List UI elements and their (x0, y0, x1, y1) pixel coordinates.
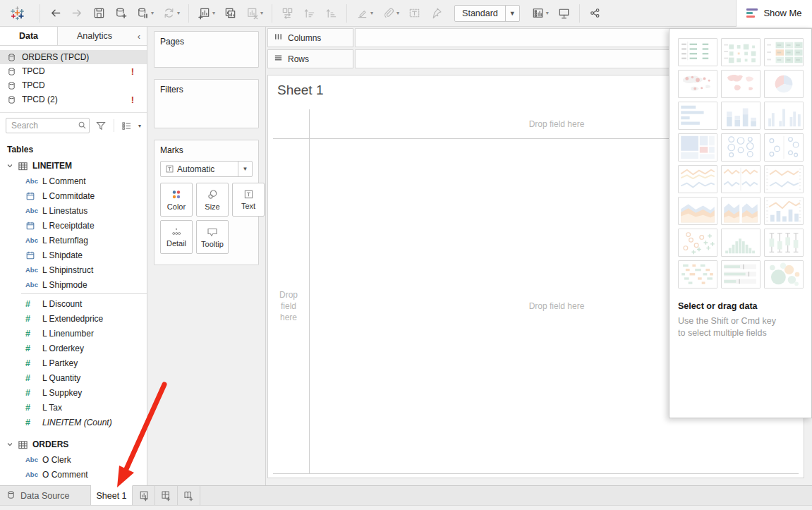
showme-symbol-map[interactable] (678, 70, 717, 98)
field-row[interactable]: # L Partkey (0, 356, 147, 370)
table-name: LINEITEM (32, 161, 72, 171)
field-row[interactable]: Abc L Shipinstruct (0, 262, 147, 277)
size-mark-button[interactable]: Size (196, 183, 229, 217)
show-me-button[interactable]: Show Me (736, 0, 812, 27)
field-row[interactable]: Abc L Comment (0, 174, 147, 188)
share-button[interactable] (585, 3, 605, 24)
new-story-tab-button[interactable] (178, 486, 200, 505)
group-members-button[interactable]: ▾ (378, 3, 403, 24)
drop-zone-rows[interactable]: Drop field here (268, 139, 309, 473)
field-row[interactable]: L Commitdate (0, 188, 147, 203)
showme-heat-map[interactable] (721, 38, 761, 66)
view-options-icon[interactable] (120, 120, 133, 132)
filters-card[interactable]: Filters (154, 79, 259, 128)
sort-descending-button[interactable] (321, 3, 341, 24)
presentation-mode-button[interactable] (554, 3, 574, 24)
run-auto-updates-button[interactable]: ▾ (159, 3, 183, 24)
showme-discrete-area[interactable] (721, 197, 761, 225)
field-row[interactable]: # L Discount (0, 296, 147, 311)
showme-scatter-plot[interactable] (678, 229, 717, 257)
showme-treemap[interactable] (678, 133, 717, 162)
datasource-item[interactable]: TPCD! (0, 64, 147, 78)
tab-analytics[interactable]: Analytics (58, 27, 131, 45)
showme-filled-map[interactable] (721, 70, 761, 98)
table-group-header[interactable]: ORDERS (0, 437, 147, 452)
highlight-button[interactable]: ▾ (352, 3, 377, 24)
marks-card: Marks Automatic ▼ ColorSizeTextDetailToo… (154, 140, 259, 265)
show-hide-cards-button[interactable]: ▾ (528, 3, 552, 24)
field-row[interactable]: Abc O Comment (0, 467, 147, 482)
color-mark-button[interactable]: Color (160, 183, 193, 217)
new-dashboard-tab-button[interactable] (155, 486, 178, 505)
data-source-tab[interactable]: Data Source (0, 486, 91, 505)
search-input[interactable] (6, 118, 90, 133)
field-row[interactable]: L Shipdate (0, 248, 147, 262)
detail-mark-button[interactable]: Detail (160, 220, 193, 254)
showme-pie-chart[interactable] (764, 70, 804, 98)
pause-auto-updates-button[interactable]: ▾ (133, 3, 157, 24)
table-group: LINEITEMAbc L Comment L CommitdateAbc L … (0, 158, 147, 430)
showme-continuous-area[interactable] (678, 197, 717, 225)
showme-discrete-lines[interactable] (721, 165, 761, 193)
datasource-item[interactable]: ORDERS (TPCD) (0, 50, 147, 64)
showme-gantt[interactable] (678, 260, 717, 289)
fit-caret-icon[interactable]: ▼ (505, 6, 519, 21)
showme-text-table[interactable] (678, 38, 717, 66)
tab-data[interactable]: Data (0, 27, 58, 45)
number-field-icon: # (25, 329, 30, 339)
tooltip-mark-button[interactable]: Tooltip (196, 220, 229, 254)
table-group-header[interactable]: LINEITEM (0, 158, 147, 174)
showme-side-by-side-bars[interactable] (764, 102, 804, 130)
sort-ascending-button[interactable] (299, 3, 320, 24)
showme-horizontal-bars[interactable] (678, 102, 717, 130)
field-row[interactable]: Abc O Clerk (0, 452, 147, 467)
text-mark-button[interactable]: Text (232, 183, 265, 217)
new-worksheet-button[interactable]: ▾ (194, 3, 219, 24)
field-row[interactable]: # L Extendedprice (0, 311, 147, 326)
sheet1-tab[interactable]: Sheet 1 (91, 485, 133, 505)
tableau-logo[interactable] (0, 0, 35, 27)
showme-bullet-graph[interactable] (721, 260, 761, 289)
showme-histogram[interactable] (721, 229, 761, 257)
field-row[interactable]: # L Suppkey (0, 385, 147, 400)
field-row[interactable]: # LINEITEM (Count) (0, 415, 147, 430)
filter-fields-icon[interactable] (94, 119, 108, 133)
showme-packed-bubbles[interactable] (764, 260, 804, 289)
field-row[interactable]: Abc L Returnflag (0, 233, 147, 248)
showme-circle-views[interactable] (721, 133, 761, 162)
showme-dual-lines[interactable] (764, 165, 804, 193)
showme-side-by-side-circles[interactable] (764, 133, 804, 162)
duplicate-sheet-button[interactable] (220, 3, 241, 24)
field-row[interactable]: # L Tax (0, 400, 147, 415)
showme-stacked-bars[interactable] (721, 102, 761, 130)
fit-selector[interactable]: Standard▼ (454, 5, 520, 22)
field-row[interactable]: Abc L Shipmode (0, 277, 147, 292)
marks-buttons: ColorSizeTextDetailTooltip (154, 183, 258, 254)
redo-button[interactable] (67, 3, 87, 24)
datasource-item[interactable]: TPCD (2)! (0, 92, 147, 107)
pages-card[interactable]: Pages (154, 31, 259, 68)
swap-rows-columns-button[interactable] (277, 3, 298, 24)
undo-button[interactable] (45, 3, 66, 24)
field-row[interactable]: # L Orderkey (0, 341, 147, 356)
save-button[interactable] (89, 3, 109, 24)
field-row[interactable]: # L Linenumber (0, 326, 147, 341)
field-row[interactable]: Abc L Linestatus (0, 203, 147, 218)
collapse-pane-button[interactable]: ‹ (131, 27, 147, 45)
clear-sheet-button[interactable]: ▾ (242, 3, 267, 24)
field-row[interactable]: # L Quantity (0, 370, 147, 385)
fix-axes-button[interactable] (426, 3, 447, 24)
datasource-item[interactable]: TPCD (0, 78, 147, 92)
showme-dual-combination[interactable] (764, 197, 804, 225)
showme-highlight-table[interactable] (764, 38, 804, 66)
field-row[interactable]: L Receiptdate (0, 218, 147, 233)
new-worksheet-tab-button[interactable] (133, 486, 155, 505)
mark-type-dropdown[interactable]: Automatic ▼ (160, 161, 253, 177)
new-data-source-button[interactable] (111, 3, 131, 24)
show-mark-labels-button[interactable] (404, 3, 425, 24)
mark-type-caret-icon[interactable]: ▼ (238, 162, 252, 176)
showme-continuous-lines[interactable] (678, 165, 717, 193)
showme-box-and-whisker[interactable] (764, 229, 804, 257)
view-options-caret-icon[interactable]: ▾ (138, 123, 141, 129)
marks-label: Marks (154, 140, 258, 158)
